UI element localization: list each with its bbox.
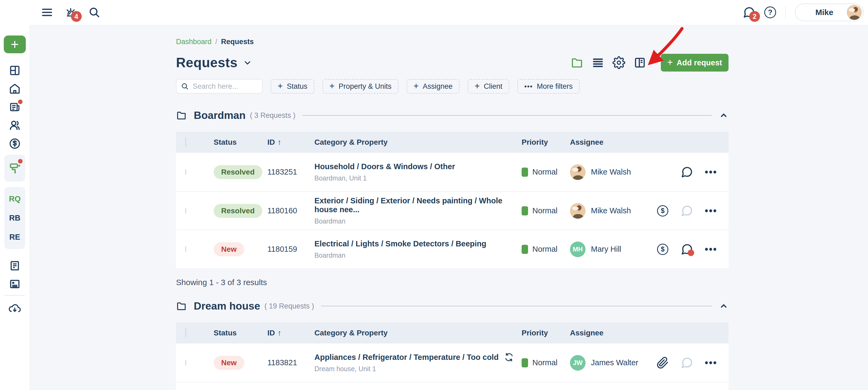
sidebar-item-downloads[interactable] [9,303,21,315]
invoice-dollar-icon[interactable]: $ [657,205,668,217]
settings-gear-icon[interactable] [613,56,625,69]
sidebar-item-people[interactable] [9,119,21,132]
row-checkbox[interactable] [185,246,186,252]
requests-table-dream-house: Status ID↑ Category & Property Priority … [176,323,728,390]
status-badge: New [214,356,244,370]
messages-icon[interactable]: 2 [743,6,755,19]
comments-icon-empty[interactable] [681,205,693,217]
breadcrumb-dashboard-link[interactable]: Dashboard [176,38,212,46]
sidebar-item-home[interactable] [9,83,21,95]
select-all-checkbox[interactable] [185,137,186,147]
comments-icon-unread[interactable] [681,243,693,255]
table-row[interactable]: Resolved 1183251 Household / Doors & Win… [176,153,728,191]
topbar-left: 4 [41,6,100,19]
sidebar-shortcuts: RQ RB RE [4,187,25,249]
select-all-checkbox[interactable] [185,328,186,338]
request-id: 1183821 [268,358,314,367]
priority-swatch [522,168,528,177]
row-more-icon[interactable]: ••• [705,206,717,216]
group-name[interactable]: Dream house [194,300,260,312]
col-id[interactable]: ID↑ [268,138,314,146]
table-row[interactable]: New 1180159 Electrical / Lights / Smoke … [176,230,728,268]
more-filters-chip[interactable]: ••• More filters [517,79,580,93]
group-count: ( 19 Requests ) [265,302,314,310]
help-icon[interactable]: ? [764,6,776,18]
group-name[interactable]: Boardman [194,109,246,121]
user-name: Mike [796,8,847,17]
more-filters-label: More filters [537,82,573,91]
ellipsis-icon: ••• [524,83,533,90]
board-view-icon[interactable] [633,56,646,69]
assignee-avatar-initials: JW [570,355,586,371]
col-status[interactable]: Status [214,329,268,337]
add-request-button[interactable]: + Add request [661,54,728,72]
request-category[interactable]: Electrical / Lights / Smoke Detectors / … [314,240,522,248]
col-priority[interactable]: Priority [522,329,570,337]
sidebar-item-maintenance-active[interactable] [4,155,25,182]
search-input[interactable] [193,82,258,91]
row-checkbox[interactable] [185,360,186,365]
col-assignee[interactable]: Assignee [570,138,651,146]
sidebar-item-dashboard[interactable] [9,64,21,77]
invoice-dollar-icon[interactable]: $ [657,244,668,255]
col-priority[interactable]: Priority [522,138,570,146]
col-category[interactable]: Category & Property [314,329,522,337]
sidebar-item-documents[interactable] [9,259,21,272]
table-row[interactable]: New 1183821 Appliances / Refrigerator / … [176,343,728,382]
request-location: Boardman [314,217,522,225]
collapse-chevron-up-icon[interactable] [719,301,728,311]
sidebar-add-button[interactable]: + [4,35,26,53]
user-menu[interactable]: Mike [795,3,864,21]
request-location: Boardman [314,251,522,259]
col-id[interactable]: ID↑ [268,329,314,337]
row-checkbox[interactable] [185,208,186,214]
table-row[interactable]: Resolved 1180160 Exterior / Siding / Ext… [176,191,728,230]
row-more-icon[interactable]: ••• [705,167,717,177]
user-avatar [847,5,862,20]
alerts-siren-icon[interactable]: 4 [64,6,77,19]
plus-icon: + [474,81,480,91]
row-checkbox[interactable] [185,169,186,175]
sidebar-item-news[interactable] [9,101,21,113]
col-assignee[interactable]: Assignee [570,329,651,337]
comments-icon[interactable] [681,166,693,178]
filter-chip-status[interactable]: + Status [271,79,314,93]
table-row-partial [176,382,728,390]
sidebar-shortcut-rq[interactable]: RQ [9,194,21,203]
row-more-icon[interactable]: ••• [705,245,717,254]
sidebar-item-contacts[interactable] [9,278,21,290]
filter-chip-assignee[interactable]: + Assignee [407,79,460,93]
folder-icon [176,301,187,311]
comments-icon-empty[interactable] [681,357,693,369]
sidebar-item-finance[interactable] [9,137,21,150]
filter-chip-client[interactable]: + Client [468,79,509,93]
search-icon[interactable] [88,6,100,19]
page-title: Requests [176,55,238,71]
status-badge: New [214,242,244,256]
title-chevron-down-icon[interactable] [243,58,252,67]
search-icon [181,82,189,90]
attachment-paperclip-icon[interactable] [656,357,669,369]
priority-label: Normal [532,206,557,215]
request-category[interactable]: Exterior / Siding / Exterior / Needs pai… [314,196,522,214]
filter-chip-property-units[interactable]: + Property & Units [322,79,399,93]
topbar-divider [785,6,786,19]
request-location: Boardman, Unit 1 [314,174,522,182]
plus-icon: + [667,58,673,67]
list-view-icon[interactable] [591,56,604,69]
row-more-icon[interactable]: ••• [705,358,717,368]
plus-icon: + [330,81,335,91]
col-category[interactable]: Category & Property [314,138,522,146]
hamburger-menu-icon[interactable] [41,6,53,19]
group-view-folder-icon[interactable] [570,56,583,69]
sidebar-shortcut-re[interactable]: RE [9,233,20,242]
group-header-boardman: Boardman ( 3 Requests ) [176,109,728,121]
assignee-avatar [570,164,586,180]
request-category[interactable]: Household / Doors & Windows / Other [314,162,522,171]
news-notification-dot [18,100,23,104]
view-toolbar: + Add request [570,54,728,72]
col-status[interactable]: Status [214,138,268,146]
sidebar-shortcut-rb[interactable]: RB [9,214,21,222]
request-category[interactable]: Appliances / Refrigerator / Temperature … [314,353,522,362]
collapse-chevron-up-icon[interactable] [719,111,728,120]
